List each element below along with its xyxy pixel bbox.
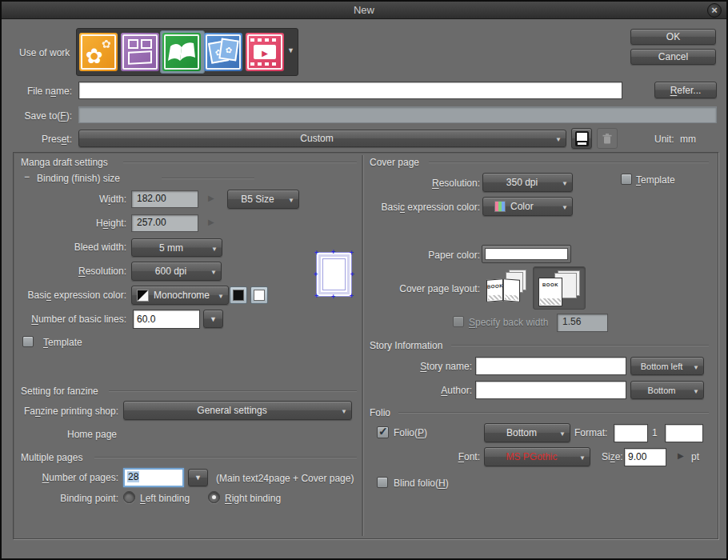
chevron-down-icon bbox=[210, 266, 217, 277]
height-label: Height: bbox=[50, 218, 126, 229]
binding-point-label: Binding point: bbox=[22, 493, 118, 504]
format-prefix-input[interactable] bbox=[614, 424, 648, 442]
binding-size-title: Binding (finish) size bbox=[37, 173, 120, 184]
cover-expression-select[interactable]: Color bbox=[482, 197, 573, 216]
save-to-label: Save to(F): bbox=[8, 110, 72, 122]
bleed-width-select[interactable]: 5 mm bbox=[131, 238, 222, 257]
story-name-position-value: Bottom left bbox=[641, 362, 683, 371]
format-label: Format: bbox=[574, 427, 607, 438]
animation-icon[interactable] bbox=[246, 33, 284, 71]
resolution-label: Resolution: bbox=[34, 266, 126, 277]
size-spinner-icon[interactable] bbox=[678, 451, 684, 460]
show-all-pages-icon[interactable]: ✿ ✿ bbox=[204, 33, 242, 71]
refer-button[interactable]: Refer... bbox=[654, 82, 717, 98]
font-select[interactable]: MS PGothic bbox=[484, 447, 590, 466]
size-preset-select[interactable]: B5 Size bbox=[227, 190, 299, 209]
title-bar: New × bbox=[2, 2, 726, 19]
chevron-down-icon bbox=[579, 451, 586, 462]
width-label: Width: bbox=[50, 194, 126, 205]
number-of-pages-label: Number of pages: bbox=[22, 472, 118, 483]
format-suffix-input[interactable] bbox=[665, 424, 703, 442]
monochrome-icon bbox=[137, 290, 149, 302]
chevron-down-icon bbox=[288, 194, 294, 205]
cover-resolution-select[interactable]: 350 dpi bbox=[482, 173, 573, 192]
white-swatch[interactable] bbox=[250, 286, 268, 304]
author-position-value: Bottom bbox=[648, 386, 676, 395]
chevron-down-icon bbox=[218, 290, 224, 301]
folio-position-select[interactable]: Bottom bbox=[484, 423, 570, 442]
size-label: Size: bbox=[602, 451, 623, 462]
story-name-position-select[interactable]: Bottom left bbox=[630, 357, 704, 375]
chevron-down-icon bbox=[562, 201, 568, 212]
trash-icon bbox=[602, 133, 613, 145]
folio-checkbox[interactable] bbox=[377, 426, 389, 438]
expression-color-select[interactable]: Monochrome bbox=[131, 286, 229, 305]
save-to-field bbox=[78, 106, 717, 123]
paper-color-swatch[interactable] bbox=[482, 245, 571, 263]
ok-button[interactable]: OK bbox=[630, 29, 716, 45]
delete-preset-button bbox=[597, 128, 618, 149]
column-divider bbox=[362, 155, 363, 536]
preset-value: Custom bbox=[300, 133, 333, 144]
work-type-dropdown-icon[interactable]: ▼ bbox=[287, 46, 294, 54]
font-value: MS PGothic bbox=[506, 451, 557, 462]
left-binding-radio[interactable] bbox=[123, 491, 135, 503]
template-checkbox[interactable] bbox=[22, 336, 34, 347]
fanzine-shop-select[interactable]: General settings bbox=[123, 401, 352, 420]
collapse-icon[interactable]: − bbox=[24, 171, 30, 182]
all-comic-settings-icon[interactable] bbox=[162, 33, 201, 71]
number-of-pages-input[interactable]: 28 bbox=[123, 468, 184, 487]
story-name-label: Story name: bbox=[370, 361, 472, 372]
blind-folio-checkbox[interactable] bbox=[377, 477, 388, 488]
close-icon[interactable]: × bbox=[707, 3, 722, 18]
folio-section-title: Folio bbox=[370, 407, 390, 418]
author-label: Author: bbox=[370, 385, 472, 396]
size-input[interactable]: 9.00 bbox=[624, 448, 666, 466]
cover-layout-single-button[interactable]: BOOK bbox=[533, 266, 586, 310]
file-name-label: File name: bbox=[8, 86, 72, 97]
cancel-button[interactable]: Cancel bbox=[630, 49, 716, 65]
height-field: 257.00 bbox=[131, 214, 198, 232]
number-of-pages-value: 28 bbox=[127, 471, 139, 482]
cover-template-checkbox[interactable] bbox=[621, 174, 632, 185]
file-name-input[interactable] bbox=[78, 82, 622, 99]
black-swatch[interactable] bbox=[230, 286, 247, 304]
cover-layout-label: Cover page layout: bbox=[370, 283, 480, 294]
preset-label: Preset: bbox=[8, 134, 72, 145]
open-book-glyph bbox=[162, 33, 201, 71]
back-width-field: 1.56 bbox=[557, 314, 608, 332]
specify-back-width-label: Specify back width bbox=[469, 317, 548, 328]
illustration-icon[interactable]: ✿ ✿ bbox=[79, 33, 118, 71]
new-dialog: New × Use of work ✿ ✿ ✿ ✿ ▼ OK Cancel Fi… bbox=[0, 0, 728, 560]
cover-layout-spread-button[interactable]: BOOK bbox=[485, 268, 530, 306]
story-name-input[interactable] bbox=[475, 357, 626, 375]
right-binding-radio[interactable] bbox=[208, 491, 220, 503]
right-binding-label: Right binding bbox=[225, 493, 281, 504]
blind-folio-label: Blind folio(H) bbox=[394, 478, 449, 489]
use-of-work-label: Use of work bbox=[19, 47, 70, 58]
chevron-down-icon bbox=[341, 405, 347, 416]
preset-select[interactable]: Custom bbox=[78, 130, 566, 147]
fanzine-shop-value: General settings bbox=[197, 405, 266, 416]
resolution-value: 600 dpi bbox=[155, 266, 186, 277]
specify-back-width-checkbox bbox=[453, 316, 464, 327]
bleed-width-value: 5 mm bbox=[159, 242, 183, 254]
author-input[interactable] bbox=[475, 381, 626, 399]
chevron-down-icon bbox=[693, 385, 699, 396]
page-preview: ++ ++ ++ ++ bbox=[316, 252, 352, 297]
multiple-pages-section-title: Multiple pages bbox=[21, 452, 82, 463]
basic-lines-input[interactable]: 60.0 bbox=[133, 310, 200, 329]
home-page-link[interactable]: Home page bbox=[67, 429, 117, 440]
comic-icon[interactable] bbox=[121, 33, 159, 71]
resolution-select[interactable]: 600 dpi bbox=[131, 262, 222, 281]
author-position-select[interactable]: Bottom bbox=[630, 381, 704, 399]
basic-lines-dropdown-button[interactable] bbox=[203, 310, 223, 328]
cover-resolution-label: Resolution: bbox=[370, 178, 480, 189]
cover-resolution-value: 350 dpi bbox=[506, 177, 538, 188]
story-info-section-title: Story Information bbox=[370, 340, 442, 351]
template-label: Template bbox=[43, 337, 82, 348]
chevron-down-icon bbox=[559, 427, 566, 438]
chevron-down-icon bbox=[562, 177, 568, 188]
number-of-pages-dropdown-button[interactable] bbox=[188, 469, 208, 486]
register-preset-button[interactable] bbox=[571, 128, 592, 149]
